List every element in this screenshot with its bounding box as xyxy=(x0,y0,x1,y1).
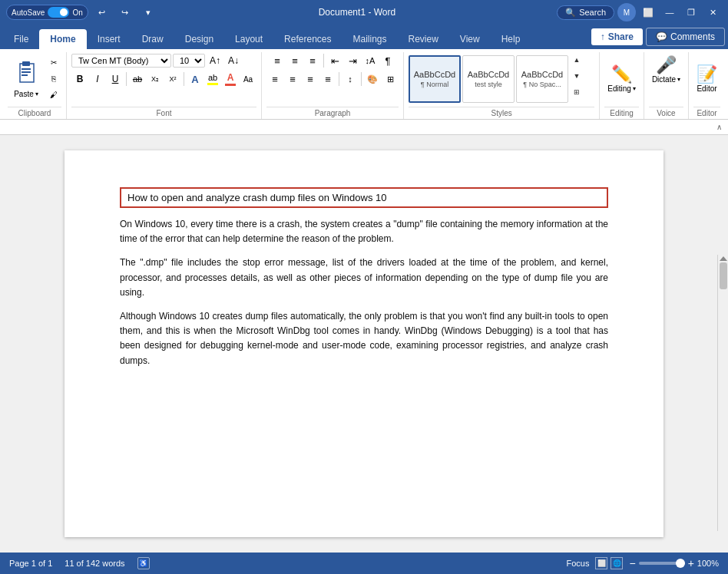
title-bar-right: 🔍 Search M ⬜ — ❐ ✕ xyxy=(557,3,722,21)
svg-rect-3 xyxy=(22,71,31,73)
superscript-button[interactable]: X² xyxy=(164,71,181,87)
bullets-button[interactable]: ≡ xyxy=(269,52,286,69)
decrease-font-button[interactable]: A↓ xyxy=(225,52,242,69)
highlight-color-line xyxy=(207,83,218,85)
font-color-button[interactable]: A xyxy=(222,71,239,87)
ribbon-group-voice: 🎤 Dictate ▾ Voice xyxy=(644,52,689,119)
print-layout-button[interactable]: ⬜ xyxy=(595,557,607,569)
close-button[interactable]: ✕ xyxy=(703,3,722,21)
sort-button[interactable]: ↕A xyxy=(362,52,379,69)
tab-design[interactable]: Design xyxy=(174,29,224,49)
restore-button[interactable]: ❐ xyxy=(682,3,700,21)
tab-review[interactable]: Review xyxy=(398,29,449,49)
text-effects-button[interactable]: A xyxy=(187,71,204,87)
multilevel-list-button[interactable]: ≡ xyxy=(304,52,321,69)
numbering-button[interactable]: ≡ xyxy=(286,52,303,69)
focus-button[interactable]: Focus xyxy=(567,559,590,568)
document-title: Document1 - Word xyxy=(319,7,395,18)
scroll-up-arrow[interactable] xyxy=(720,256,727,261)
copy-button[interactable]: ⎘ xyxy=(46,71,61,87)
styles-label: Styles xyxy=(409,107,594,119)
comments-button[interactable]: 💬 Comments xyxy=(646,28,725,46)
redo-button[interactable]: ↪ xyxy=(116,3,134,21)
document-paragraph-2: The ".dmp" file includes the stop error … xyxy=(120,256,608,300)
paragraph-row-1: ≡ ≡ ≡ ⇤ ⇥ ↕A ¶ xyxy=(269,52,396,69)
document-title-box: How to open and analyze crash dump files… xyxy=(120,187,608,208)
share-icon: ↑ xyxy=(601,31,605,42)
style-nospace-preview: AaBbCcDd xyxy=(521,70,563,79)
font-family-select[interactable]: Tw Cen MT (Body) xyxy=(71,54,171,68)
tab-draw[interactable]: Draw xyxy=(131,29,174,49)
highlight-label: ab xyxy=(208,73,217,82)
tab-view[interactable]: View xyxy=(449,29,491,49)
highlight-color-button[interactable]: ab xyxy=(204,71,221,87)
tab-help[interactable]: Help xyxy=(491,29,531,49)
paste-button[interactable]: Paste ▾ xyxy=(8,58,45,100)
styles-scroll-down[interactable]: ▼ xyxy=(571,68,582,84)
style-normal-preview: AaBbCcDd xyxy=(414,70,455,79)
zoom-in-button[interactable]: + xyxy=(688,557,694,569)
font-label: Font xyxy=(71,107,256,119)
shading-button[interactable]: 🎨 xyxy=(364,71,381,87)
style-normal[interactable]: AaBbCcDd ¶ Normal xyxy=(409,55,461,103)
style-test-label: test style xyxy=(475,81,502,88)
tab-file[interactable]: File xyxy=(3,29,39,49)
strikethrough-button[interactable]: ab xyxy=(129,71,146,87)
app-window: AutoSave On ↩ ↪ ▾ Document1 - Word 🔍 Sea… xyxy=(0,0,728,574)
show-formatting-button[interactable]: ¶ xyxy=(379,52,396,69)
style-test[interactable]: AaBbCcDd test style xyxy=(462,55,515,103)
cut-button[interactable]: ✂ xyxy=(46,55,61,71)
align-right-button[interactable]: ≡ xyxy=(302,71,319,87)
customize-qat-button[interactable]: ▾ xyxy=(139,3,157,21)
increase-indent-button[interactable]: ⇥ xyxy=(344,52,361,69)
view-buttons: ⬜ 🌐 xyxy=(595,557,623,569)
styles-expand[interactable]: ⊞ xyxy=(571,84,582,100)
scroll-thumb[interactable] xyxy=(720,262,727,289)
minimize-button[interactable]: — xyxy=(660,3,679,21)
styles-content: AaBbCcDd ¶ Normal AaBbCcDd test style Aa… xyxy=(409,52,594,105)
zoom-out-button[interactable]: − xyxy=(629,557,635,569)
format-painter-button[interactable]: 🖌 xyxy=(46,87,61,103)
dictate-button[interactable]: 🎤 Dictate ▾ xyxy=(649,52,683,87)
tab-mailings[interactable]: Mailings xyxy=(342,29,397,49)
editor-group-label: Editor xyxy=(693,107,720,119)
search-button[interactable]: 🔍 Search xyxy=(557,5,614,20)
editor-button[interactable]: 📝 Editor xyxy=(693,61,720,96)
align-left-button[interactable]: ≡ xyxy=(266,71,283,87)
share-button[interactable]: ↑ Share xyxy=(591,28,643,45)
search-label: Search xyxy=(579,8,606,17)
zoom-slider[interactable] xyxy=(639,562,685,565)
ribbon-display-button[interactable]: ⬜ xyxy=(639,3,657,21)
line-spacing-button[interactable]: ↕ xyxy=(342,71,359,87)
decrease-indent-button[interactable]: ⇤ xyxy=(326,52,343,69)
editing-dropdown-arrow: ▾ xyxy=(633,85,636,92)
autosave-toggle[interactable] xyxy=(48,7,69,18)
align-center-button[interactable]: ≡ xyxy=(284,71,301,87)
justify-button[interactable]: ≡ xyxy=(319,71,336,87)
accessibility-icon[interactable]: ♿ xyxy=(137,557,150,569)
vertical-scrollbar[interactable] xyxy=(717,255,728,531)
undo-button[interactable]: ↩ xyxy=(93,3,111,21)
tab-insert[interactable]: Insert xyxy=(87,29,131,49)
avatar[interactable]: M xyxy=(617,3,636,21)
borders-button[interactable]: ⊞ xyxy=(382,71,399,87)
autosave-state: On xyxy=(72,8,82,17)
increase-font-button[interactable]: A↑ xyxy=(207,52,223,69)
status-bar: Page 1 of 1 11 of 142 words ♿ Focus ⬜ 🌐 … xyxy=(0,553,728,574)
web-layout-button[interactable]: 🌐 xyxy=(611,557,623,569)
underline-button[interactable]: U xyxy=(107,71,124,87)
editing-group-label: Editing xyxy=(604,107,639,119)
tab-layout[interactable]: Layout xyxy=(224,29,273,49)
tab-home[interactable]: Home xyxy=(39,29,86,49)
styles-scroll-up[interactable]: ▲ xyxy=(571,52,582,68)
collapse-ribbon-button[interactable]: ∧ xyxy=(716,123,722,131)
bold-button[interactable]: B xyxy=(71,71,88,87)
style-no-space[interactable]: AaBbCcDd ¶ No Spac... xyxy=(516,55,568,103)
editing-button[interactable]: ✏️ Editing ▾ xyxy=(604,63,639,94)
tab-references[interactable]: References xyxy=(273,29,342,49)
subscript-button[interactable]: X₂ xyxy=(147,71,164,87)
italic-button[interactable]: I xyxy=(89,71,106,87)
font-size-select[interactable]: 10.5 xyxy=(173,54,205,68)
autosave-badge[interactable]: AutoSave On xyxy=(6,5,88,20)
change-case-button[interactable]: Aa xyxy=(240,71,256,87)
